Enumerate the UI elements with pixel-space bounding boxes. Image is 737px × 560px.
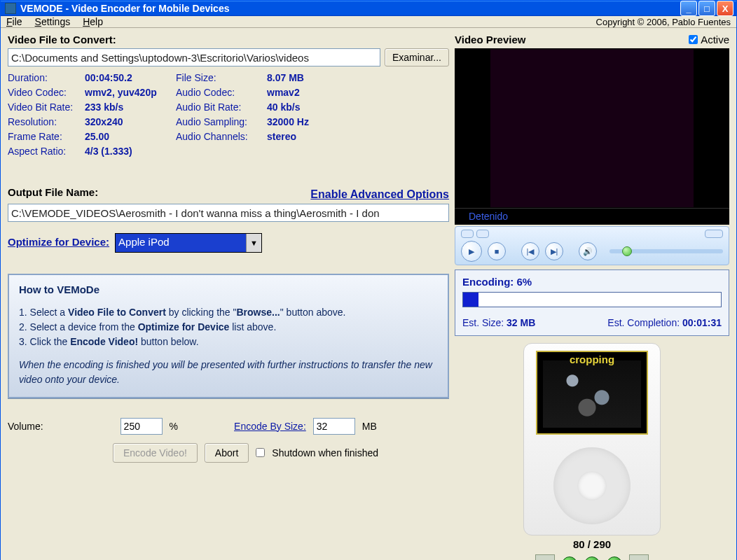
duration-label: Duration: [8,72,85,83]
acodec-value: wmav2 [267,87,358,98]
abort-button[interactable]: Abort [205,443,249,463]
window-title: VEMODE - Video Encoder for Mobile Device… [20,3,680,14]
est-size-value: 32 MB [507,317,535,328]
active-label: Active [701,34,729,46]
titlebar: VEMODE - Video Encoder for Mobile Device… [1,1,736,16]
input-file-label: Video File to Convert: [8,34,449,46]
encode-size-unit: MB [362,421,377,432]
vbitrate-value: 233 kb/s [85,102,176,113]
play-button[interactable]: ▶ [461,241,482,262]
cropping-label: cropping [570,354,614,365]
acodec-label: Audio Codec: [176,87,267,98]
asampling-value: 32000 Hz [267,116,358,127]
advanced-options-link[interactable]: Enable Advanced Options [310,188,449,201]
resolution-value: 320x240 [85,116,176,127]
est-completion-value: 00:01:31 [682,317,722,328]
progress-fill [463,293,478,307]
player-mini-button[interactable] [476,230,489,238]
output-file-path[interactable] [8,204,449,222]
aspect-label: Aspect Ratio: [8,146,85,157]
volume-label: Volume: [8,421,43,432]
frame-counter: 80 / 290 [455,538,729,550]
rewind-button[interactable]: |◀ [521,242,539,260]
device-selected: Apple iPod [116,234,246,252]
achannels-value: stereo [267,131,358,142]
filesize-value: 8.07 MB [267,72,358,83]
minimize-button[interactable]: _ [680,1,697,16]
ipod-preview: cropping [523,343,661,536]
vcodec-value: wmv2, yuv420p [85,87,176,98]
aspect-value: 4/3 (1.333) [85,146,176,157]
vbitrate-label: Video Bit Rate: [8,102,85,113]
achannels-label: Audio Channels: [176,131,267,142]
browse-button[interactable]: Examinar... [385,48,449,66]
abitrate-value: 40 kb/s [267,102,358,113]
volume-slider[interactable] [609,249,723,253]
encode-by-size-label[interactable]: Encode By Size: [234,421,306,432]
abitrate-label: Audio Bit Rate: [176,102,267,113]
duration-value: 00:04:50.2 [85,72,176,83]
maximize-button[interactable]: □ [698,1,715,16]
howto-panel: How to VEMoDe 1. Select a Video File to … [8,274,449,398]
menu-help[interactable]: Help [83,16,103,27]
howto-title: How to VEMoDe [19,282,438,298]
encode-video-button: Encode Video! [113,443,198,463]
preview-status: Detenido [455,208,729,225]
input-file-path[interactable] [8,48,380,66]
forward-button[interactable]: ▶| [545,242,563,260]
status-ball-icon [562,556,577,560]
status-ball-icon [584,556,600,560]
encoding-panel: Encoding: 6% Est. Size: 32 MB Est. Compl… [455,270,729,336]
framerate-value: 25.00 [85,131,176,142]
encoding-progress [462,292,722,307]
menubar: File Settings Help Copyright © 2006, Pab… [1,16,736,28]
stop-button[interactable]: ■ [488,242,506,260]
video-preview-label: Video Preview [455,34,525,46]
copyright-text: Copyright © 2006, Pablo Fuentes [596,17,731,27]
player-mini-button[interactable] [461,230,474,238]
ipod-video-frame [543,360,641,428]
howto-line3: 3. Click the Encode Video! button below. [19,335,438,349]
ipod-wheel [553,447,631,524]
player-mini-button[interactable] [705,230,723,238]
howto-line1: 1. Select a Video File to Convert by cli… [19,305,438,320]
resolution-label: Resolution: [8,116,85,127]
ipod-wheel-center [577,471,607,500]
volume-unit: % [170,421,178,432]
encoding-label: Encoding: [462,276,517,288]
video-frame [490,49,694,207]
encode-size-input[interactable] [313,418,355,435]
frame-prev-button[interactable]: ◀ [535,554,555,560]
chevron-down-icon[interactable]: ▼ [246,234,261,252]
app-icon [5,3,16,14]
shutdown-label: Shutdown when finished [272,447,378,458]
file-properties: Duration: 00:04:50.2 File Size: 8.07 MB … [8,72,449,157]
howto-line2: 2. Select a device from the Optimize for… [19,320,438,335]
ipod-screen: cropping [536,351,648,435]
slider-thumb[interactable] [622,246,632,256]
close-button[interactable]: X [717,1,733,16]
optimize-device-label: Optimize for Device: [8,236,109,248]
menu-settings[interactable]: Settings [35,16,71,27]
speaker-icon[interactable]: 🔊 [579,242,597,260]
est-size-label: Est. Size: [462,317,507,328]
encoding-percent: 6% [517,276,532,288]
status-ball-icon [607,556,622,560]
howto-footer: When the encoding is finished you will b… [19,358,438,387]
video-preview-area [455,48,729,208]
volume-input[interactable] [120,418,163,435]
vcodec-label: Video Codec: [8,87,85,98]
active-checkbox[interactable] [689,35,698,44]
output-file-label: Output File Name: [8,186,98,198]
app-window: VEMODE - Video Encoder for Mobile Device… [0,0,737,560]
framerate-label: Frame Rate: [8,131,85,142]
player-controls: ▶ ■ |◀ ▶| 🔊 [455,226,729,265]
filesize-label: File Size: [176,72,267,83]
menu-file[interactable]: File [6,16,22,27]
asampling-label: Audio Sampling: [176,116,267,127]
frame-next-button[interactable]: ▶ [629,554,649,560]
shutdown-checkbox[interactable] [256,448,265,457]
device-select[interactable]: Apple iPod ▼ [115,233,262,253]
est-completion-label: Est. Completion: [607,317,682,328]
